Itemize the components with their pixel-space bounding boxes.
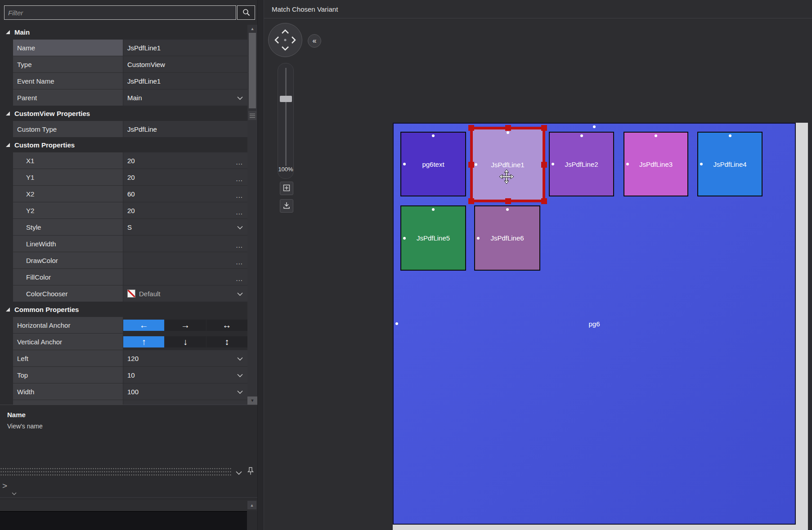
property-label[interactable]: Y2 bbox=[13, 202, 123, 218]
ellipsis-button[interactable]: ... bbox=[236, 208, 243, 216]
resize-handle[interactable] bbox=[468, 125, 474, 131]
property-value[interactable]: JsPdfLine1 bbox=[123, 73, 247, 89]
scroll-down-button[interactable]: ▼ bbox=[247, 396, 257, 405]
ellipsis-button[interactable]: ... bbox=[236, 175, 243, 183]
property-dropdown[interactable]: S bbox=[123, 219, 247, 235]
property-label[interactable]: Parent bbox=[13, 89, 123, 106]
scroll-pad[interactable] bbox=[268, 23, 302, 57]
property-row-type[interactable]: Type CustomView bbox=[0, 56, 247, 72]
property-dropdown[interactable]: Main bbox=[123, 89, 247, 106]
collapse-panel-button[interactable]: « bbox=[308, 34, 321, 48]
ellipsis-button[interactable]: ... bbox=[236, 258, 243, 266]
resize-handle[interactable] bbox=[541, 198, 547, 204]
filter-input[interactable] bbox=[4, 5, 236, 20]
anchor-top-button[interactable]: ↑ bbox=[123, 336, 164, 347]
chevron-down-icon[interactable] bbox=[237, 94, 243, 102]
log-output-area[interactable] bbox=[0, 511, 247, 530]
property-label[interactable]: Y1 bbox=[13, 169, 123, 185]
anchor-right-button[interactable]: → bbox=[165, 320, 206, 331]
chevron-down-icon[interactable] bbox=[237, 290, 243, 298]
docked-panel-drag-bar[interactable] bbox=[0, 466, 257, 477]
property-value[interactable]: ... bbox=[123, 269, 247, 285]
resize-handle[interactable] bbox=[468, 162, 474, 168]
section-header-common-properties[interactable]: Common Properties bbox=[0, 302, 247, 317]
property-value[interactable]: JsPdfLine bbox=[123, 121, 247, 137]
property-row-drawcolor[interactable]: DrawColor ... bbox=[0, 252, 247, 268]
property-row-linewidth[interactable]: LineWidth ... bbox=[0, 236, 247, 252]
property-value[interactable]: CustomView bbox=[123, 56, 247, 72]
property-row-name[interactable]: Name JsPdfLine1 bbox=[0, 40, 247, 56]
panel-options-chevron-icon[interactable] bbox=[236, 469, 242, 477]
property-label[interactable]: Type bbox=[13, 56, 123, 72]
prompt-expander-icon[interactable] bbox=[12, 489, 17, 497]
property-row-height[interactable]: Height 100 bbox=[0, 400, 247, 405]
property-label[interactable]: X1 bbox=[13, 152, 123, 169]
resize-handle[interactable] bbox=[541, 162, 547, 168]
property-dropdown[interactable]: 10 bbox=[123, 367, 247, 383]
log-scroll-up-button[interactable]: ▲ bbox=[247, 501, 256, 509]
property-dropdown[interactable]: 100 bbox=[123, 383, 247, 400]
chevron-down-icon[interactable] bbox=[237, 388, 243, 396]
property-row-parent[interactable]: Parent Main bbox=[0, 89, 247, 106]
zoom-slider-track[interactable] bbox=[285, 68, 287, 166]
property-label[interactable]: X2 bbox=[13, 186, 123, 202]
property-label[interactable]: FillColor bbox=[13, 269, 123, 285]
view-jspdfline5[interactable]: JsPdfLine5 bbox=[400, 205, 466, 271]
view-jspdfline4[interactable]: JsPdfLine4 bbox=[697, 132, 763, 196]
section-header-custom-properties[interactable]: Custom Properties bbox=[0, 138, 247, 152]
property-label[interactable]: DrawColor bbox=[13, 252, 123, 268]
property-label[interactable]: Left bbox=[13, 350, 123, 366]
property-row-x2[interactable]: X2 60 ... bbox=[0, 186, 247, 202]
section-header-customview-properties[interactable]: CustomView Properties bbox=[0, 106, 247, 121]
horizontal-splitter[interactable] bbox=[0, 497, 257, 498]
property-row-x1[interactable]: X1 20 ... bbox=[0, 152, 247, 169]
expander-icon[interactable] bbox=[5, 30, 10, 35]
property-label[interactable]: Name bbox=[13, 40, 123, 56]
property-row-custom-type[interactable]: Custom Type JsPdfLine bbox=[0, 121, 247, 137]
chevron-down-icon[interactable] bbox=[237, 355, 243, 362]
fit-screen-button[interactable] bbox=[280, 182, 293, 195]
anchor-both-vertical-button[interactable]: ↕ bbox=[206, 336, 247, 347]
property-row-y2[interactable]: Y2 20 ... bbox=[0, 202, 247, 218]
ellipsis-button[interactable]: ... bbox=[236, 241, 243, 249]
property-value[interactable]: JsPdfLine1 bbox=[123, 40, 247, 56]
property-label[interactable]: ColorChooser bbox=[13, 285, 123, 302]
property-value[interactable]: ... bbox=[123, 236, 247, 252]
ellipsis-button[interactable]: ... bbox=[236, 275, 243, 282]
property-label[interactable]: Custom Type bbox=[13, 121, 123, 137]
anchor-bottom-button[interactable]: ↓ bbox=[165, 336, 206, 347]
filter-search-button[interactable] bbox=[237, 5, 255, 20]
property-row-left[interactable]: Left 120 bbox=[0, 350, 247, 366]
property-label[interactable]: Style bbox=[13, 219, 123, 235]
property-row-event-name[interactable]: Event Name JsPdfLine1 bbox=[0, 73, 247, 89]
ellipsis-button[interactable]: ... bbox=[236, 192, 243, 199]
resize-handle[interactable] bbox=[505, 198, 511, 204]
resize-handle[interactable] bbox=[468, 198, 474, 204]
view-jspdfline2[interactable]: JsPdfLine2 bbox=[549, 132, 614, 196]
zoom-slider[interactable]: 100% bbox=[278, 63, 294, 179]
property-label[interactable]: Horizontal Anchor bbox=[13, 317, 123, 333]
property-grid-scrollbar[interactable]: ▲ ▼ bbox=[247, 25, 257, 405]
property-label[interactable]: Event Name bbox=[13, 73, 123, 89]
property-label[interactable]: Height bbox=[13, 400, 123, 405]
property-value[interactable]: 20 ... bbox=[123, 152, 247, 169]
property-row-horizontal-anchor[interactable]: Horizontal Anchor ← → ↔ bbox=[0, 317, 247, 333]
expander-icon[interactable] bbox=[5, 111, 10, 116]
chevron-down-icon[interactable] bbox=[237, 223, 243, 231]
property-row-y1[interactable]: Y1 20 ... bbox=[0, 169, 247, 185]
view-jspdfline6[interactable]: JsPdfLine6 bbox=[474, 205, 540, 271]
grip-icon[interactable] bbox=[248, 111, 256, 120]
property-row-fillcolor[interactable]: FillColor ... bbox=[0, 269, 247, 285]
resize-handle[interactable] bbox=[505, 125, 511, 131]
expander-icon[interactable] bbox=[5, 143, 10, 147]
scrollbar-thumb[interactable] bbox=[249, 33, 256, 108]
view-jspdfline3[interactable]: JsPdfLine3 bbox=[624, 132, 688, 196]
view-jspdfline1-selected[interactable]: JsPdfLine1 bbox=[470, 127, 545, 202]
property-row-top[interactable]: Top 10 bbox=[0, 367, 247, 383]
property-dropdown[interactable]: 120 bbox=[123, 350, 247, 366]
property-row-colorchooser[interactable]: ColorChooser Default bbox=[0, 285, 247, 302]
ellipsis-button[interactable]: ... bbox=[236, 158, 243, 166]
property-label[interactable]: Width bbox=[13, 383, 123, 400]
property-value[interactable]: ... bbox=[123, 252, 247, 268]
property-label[interactable]: Top bbox=[13, 367, 123, 383]
